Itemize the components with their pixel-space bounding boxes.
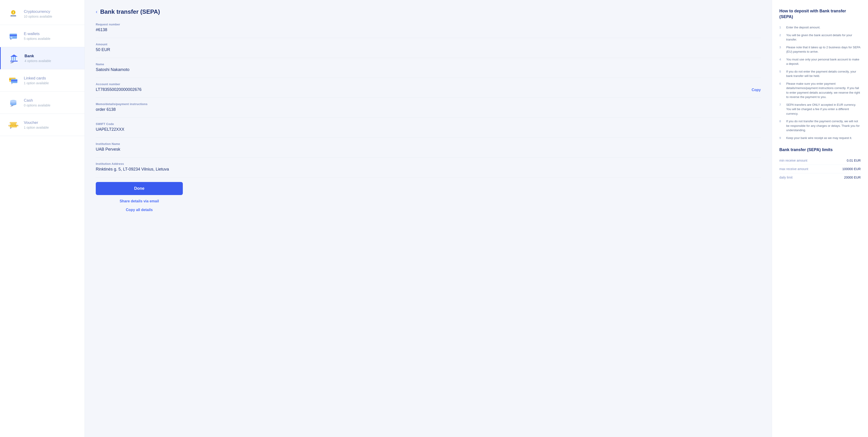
account-number-block: Account number LT783550020000002676 Copy	[96, 82, 761, 92]
page-title: Bank transfer (SEPA)	[100, 8, 160, 15]
svg-rect-15	[11, 80, 18, 81]
how-to-step: 2You will be given the bank account deta…	[779, 33, 861, 42]
how-to-step: 5If you do not enter the payment details…	[779, 69, 861, 78]
svg-rect-9	[13, 57, 14, 61]
voucher-icon: VOUCHER	[7, 119, 19, 131]
request-number-label: Request number	[96, 23, 761, 26]
app-layout: ₿ Cryptocurrency 10 options available	[0, 0, 868, 437]
sidebar-item-cash-subtitle: 0 options available	[24, 103, 51, 107]
step-text: If you do not enter the payment details …	[786, 69, 861, 78]
how-to-step: 9Keep your bank wire receipt as we may r…	[779, 136, 861, 140]
account-number-label: Account number	[96, 82, 761, 86]
how-to-title: How to deposit with Bank transfer (SEPA)	[779, 8, 861, 20]
step-text: If you do not transfer the payment corre…	[786, 119, 861, 133]
limits-row: min receive amount0.01 EUR	[779, 156, 861, 165]
step-number: 7	[779, 103, 783, 107]
limits-value: 20000 EUR	[844, 176, 861, 179]
svg-rect-4	[10, 34, 17, 39]
account-number-row: LT783550020000002676 Copy	[96, 87, 761, 92]
svg-rect-11	[10, 61, 18, 62]
swift-label: SWIFT Code	[96, 122, 761, 126]
limits-key: min receive amount	[779, 159, 807, 162]
memo-value: order 6138	[96, 107, 761, 112]
sidebar-item-ewallets[interactable]: E-wallets 5 options available	[0, 25, 85, 47]
copy-all-details-button[interactable]: Copy all details	[96, 206, 183, 214]
svg-rect-8	[11, 57, 12, 61]
right-panel: How to deposit with Bank transfer (SEPA)…	[772, 0, 868, 437]
how-to-step: 4You must use only your personal bank ac…	[779, 57, 861, 66]
limits-value: 100000 EUR	[842, 167, 861, 171]
sidebar-item-bank-subtitle: 4 options available	[25, 59, 51, 63]
how-to-step: 3Please note that it takes up to 2 busin…	[779, 45, 861, 54]
sidebar-item-ewallets-title: E-wallets	[24, 32, 51, 36]
svg-rect-20	[10, 124, 17, 124]
step-text: SEPA transfers are ONLY accepted in EUR …	[786, 103, 861, 116]
institution-address-label: Institution Address	[96, 162, 761, 166]
sidebar-item-bank[interactable]: Bank 4 options available	[0, 47, 85, 69]
limits-key: daily limit	[779, 176, 793, 179]
name-label: Name	[96, 63, 761, 66]
step-number: 9	[779, 136, 783, 140]
step-text: Please note that it takes up to 2 busine…	[786, 45, 861, 54]
name-value: Satoshi Nakamoto	[96, 67, 761, 72]
linked-cards-icon	[7, 74, 19, 86]
back-button[interactable]: ‹	[96, 9, 97, 15]
svg-rect-6	[10, 37, 12, 38]
step-number: 4	[779, 57, 783, 62]
main-content: ‹ Bank transfer (SEPA) Request number #6…	[85, 0, 772, 437]
ewallets-icon	[7, 30, 19, 42]
limits-value: 0.01 EUR	[847, 159, 861, 162]
sidebar-item-bank-title: Bank	[25, 54, 51, 58]
sidebar-item-voucher-subtitle: 1 option available	[24, 126, 49, 129]
how-to-step: 1Enter the deposit amount.	[779, 25, 861, 30]
sidebar-item-cryptocurrency-subtitle: 10 options available	[24, 15, 52, 18]
svg-point-18	[10, 100, 17, 103]
institution-name-block: Institution Name UAB Pervesk	[96, 142, 761, 152]
limits-title: Bank transfer (SEPA) limits	[779, 147, 861, 152]
request-number-value: #6138	[96, 28, 761, 32]
memo-block: Memo/details/payment instructions order …	[96, 102, 761, 112]
memo-label: Memo/details/payment instructions	[96, 102, 761, 106]
limits-row: daily limit20000 EUR	[779, 173, 861, 181]
svg-rect-10	[15, 57, 16, 61]
cash-icon	[7, 97, 19, 108]
divider-3	[96, 77, 761, 78]
step-text: Keep your bank wire receipt as we may re…	[786, 136, 852, 140]
divider-1	[96, 38, 761, 38]
share-details-button[interactable]: Share details via email	[96, 197, 183, 206]
svg-rect-5	[10, 35, 17, 36]
limits-table: min receive amount0.01 EURmax receive am…	[779, 156, 861, 181]
how-to-step: 8If you do not transfer the payment corr…	[779, 119, 861, 133]
step-number: 2	[779, 33, 783, 38]
sidebar-item-linked-cards[interactable]: Linked cards 1 option available	[0, 69, 85, 92]
sidebar-item-cash-title: Cash	[24, 98, 51, 103]
sidebar-item-ewallets-subtitle: 5 options available	[24, 37, 51, 40]
sidebar-item-cryptocurrency[interactable]: ₿ Cryptocurrency 10 options available	[0, 3, 85, 25]
divider-7	[96, 157, 761, 158]
sidebar-item-cash[interactable]: Cash 0 options available	[0, 92, 85, 114]
step-text: Please make sure you enter payment detai…	[786, 81, 861, 99]
done-button[interactable]: Done	[96, 182, 183, 195]
how-to-list: 1Enter the deposit amount.2You will be g…	[779, 25, 861, 140]
step-text: Enter the deposit amount.	[786, 25, 820, 30]
sidebar-item-voucher[interactable]: VOUCHER Voucher 1 option available	[0, 114, 85, 136]
bank-icon	[8, 52, 20, 64]
cryptocurrency-icon: ₿	[7, 8, 19, 20]
sidebar-item-linked-cards-subtitle: 1 option available	[24, 81, 49, 85]
step-number: 6	[779, 81, 783, 86]
sidebar-item-linked-cards-title: Linked cards	[24, 76, 49, 80]
name-block: Name Satoshi Nakamoto	[96, 63, 761, 72]
limits-row: max receive amount100000 EUR	[779, 165, 861, 173]
swift-block: SWIFT Code UAPELT22XXX	[96, 122, 761, 132]
svg-marker-7	[10, 55, 18, 57]
sidebar-item-cryptocurrency-title: Cryptocurrency	[24, 9, 52, 14]
step-text: You will be given the bank account detai…	[786, 33, 861, 42]
divider-8	[96, 177, 761, 177]
svg-text:₿: ₿	[12, 11, 14, 14]
request-number-block: Request number #6138	[96, 23, 761, 32]
institution-name-label: Institution Name	[96, 142, 761, 145]
main-header: ‹ Bank transfer (SEPA)	[96, 8, 761, 15]
step-number: 5	[779, 69, 783, 74]
copy-account-number-button[interactable]: Copy	[752, 88, 761, 92]
how-to-step: 6Please make sure you enter payment deta…	[779, 81, 861, 99]
